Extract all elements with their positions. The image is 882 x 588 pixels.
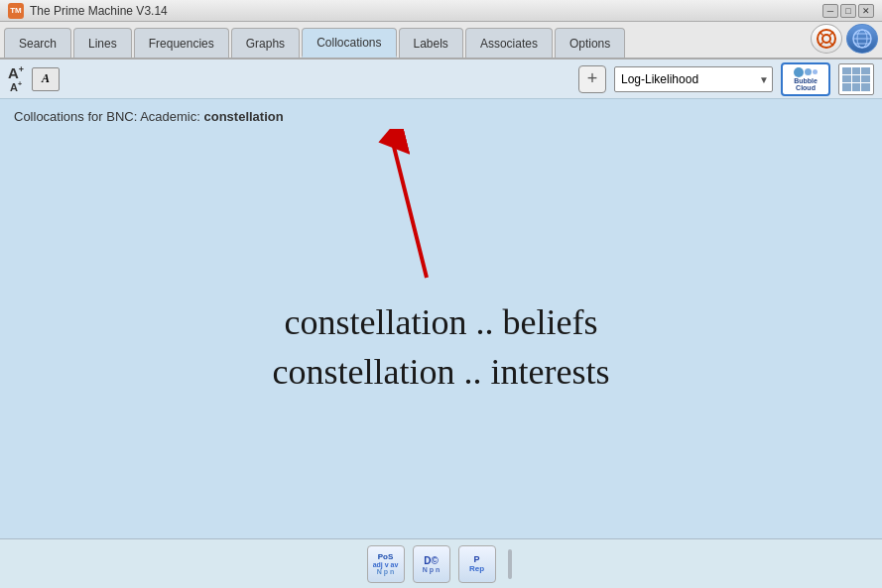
search-word: constellation	[203, 109, 283, 124]
bubble-cloud-button[interactable]: Bubble Cloud	[781, 62, 830, 96]
svg-point-1	[822, 35, 830, 43]
measure-dropdown-wrapper: Log-Likelihood MI T-Score Z-Score Dice ▼	[614, 66, 773, 92]
tab-lines[interactable]: Lines	[73, 28, 132, 58]
prep-button[interactable]: P Rep	[458, 545, 496, 583]
maximize-button[interactable]: □	[840, 4, 856, 18]
font-increase-btn[interactable]: A+	[8, 65, 24, 80]
toolbar: A+ A+ A + Log-Likelihood MI T-Score Z-Sc…	[0, 59, 882, 99]
tab-collocations[interactable]: Collocations	[302, 28, 396, 58]
grid-view-button[interactable]	[838, 63, 874, 95]
minimize-button[interactable]: ─	[822, 4, 838, 18]
add-collocate-button[interactable]: +	[578, 65, 606, 93]
tab-bar: Search Lines Frequencies Graphs Collocat…	[0, 22, 882, 59]
status-separator	[508, 549, 512, 579]
measure-dropdown[interactable]: Log-Likelihood MI T-Score Z-Score Dice	[614, 66, 773, 92]
title-bar: TM The Prime Machine V3.14 ─ □ ✕	[0, 0, 882, 22]
collocation-results: constellation .. beliefs constellation .…	[0, 297, 882, 398]
status-bar: PoS adj v av N p n D© N p n P Rep	[0, 538, 882, 588]
window-title: The Prime Machine V3.14	[30, 4, 822, 18]
font-a-button[interactable]: A	[32, 67, 60, 91]
lifebuoy-icon	[816, 28, 837, 50]
collocation-result-2: constellation .. interests	[273, 347, 610, 397]
collocation-result-1: constellation .. beliefs	[285, 297, 598, 347]
window-controls: ─ □ ✕	[822, 4, 874, 18]
globe-icon-btn[interactable]	[846, 24, 878, 54]
pos-tagger-button[interactable]: PoS adj v av N p n	[367, 545, 405, 583]
arrow-annotation	[377, 129, 456, 291]
tab-frequencies[interactable]: Frequencies	[134, 28, 229, 58]
tab-options[interactable]: Options	[555, 28, 625, 58]
bubble-cloud-label: Bubble Cloud	[794, 77, 818, 91]
tab-labels[interactable]: Labels	[399, 28, 463, 58]
tab-search[interactable]: Search	[4, 28, 71, 58]
font-decrease-btn[interactable]: A+	[10, 80, 22, 93]
svg-line-12	[392, 139, 427, 278]
app-icon: TM	[8, 3, 24, 19]
main-content: Collocations for BNC: Academic: constell…	[0, 99, 882, 538]
dictionary-button[interactable]: D© N p n	[413, 545, 450, 583]
font-size-controls: A+ A+	[8, 65, 24, 93]
tab-graphs[interactable]: Graphs	[231, 28, 300, 58]
collocations-header: Collocations for BNC: Academic: constell…	[14, 109, 868, 124]
help-icon-btn[interactable]	[811, 24, 842, 54]
tab-associates[interactable]: Associates	[465, 28, 553, 58]
red-arrow-svg	[377, 129, 456, 288]
tab-bar-icons	[811, 24, 878, 58]
bubble-cloud-circles	[794, 67, 818, 77]
globe-icon	[851, 28, 873, 50]
close-button[interactable]: ✕	[858, 4, 874, 18]
